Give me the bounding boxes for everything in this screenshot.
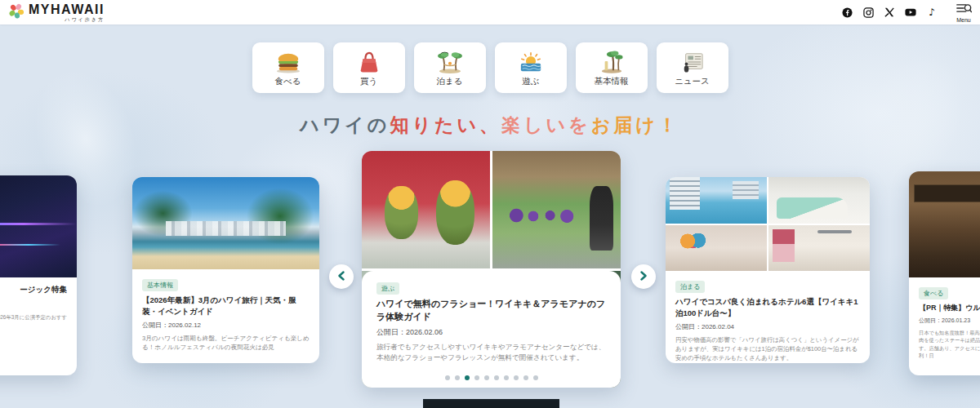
carousel-card-center[interactable]: 遊ぶ ハワイで無料のフラショー！ワイキキ＆アラモアナのフラ体験ガイド 公開日：2… <box>362 151 621 388</box>
palm-hammock-icon <box>435 49 465 73</box>
site-header: MYHAWAII ハワイ歩き方 ♪ <box>0 0 980 24</box>
palm-trees-icon <box>598 49 626 73</box>
card-image-hula-outdoor <box>492 151 621 268</box>
carousel-card-left[interactable]: 基本情報 【2026年最新】3月のハワイ旅行｜天気・服装・イベントガイド 公開日… <box>132 177 319 363</box>
category-label: 泊まる <box>437 76 463 87</box>
pagination-dot[interactable] <box>465 375 470 380</box>
pagination-dot[interactable] <box>474 375 479 380</box>
carousel-prev-button[interactable] <box>329 264 354 289</box>
handbag-icon <box>357 49 381 73</box>
card-image-hotel-room <box>666 225 767 272</box>
card-title: ハワイでコスパ良く泊まれるホテル6選【ワイキキ1泊100ドル台〜】 <box>675 296 860 319</box>
card-excerpt: 旅行者でもアクセスしやすいワイキキやアラモアナセンターなどでは、本格的なフラショ… <box>376 342 606 363</box>
card-title: ハワイで無料のフラショー！ワイキキ＆アラモアナのフラ体験ガイド <box>376 298 606 324</box>
category-badge: 基本情報 <box>142 279 178 291</box>
card-image-hula-stage <box>362 151 490 268</box>
category-badge: 食べる <box>919 287 948 299</box>
youtube-icon[interactable] <box>905 7 916 18</box>
card-title: 【PR｜特集】ウルフ <box>919 303 980 313</box>
page: MYHAWAII ハワイ歩き方 ♪ <box>0 0 980 408</box>
menu-button[interactable]: Menu <box>956 2 972 23</box>
newspaper-icon <box>679 49 706 73</box>
card-date: 公開日：2026.02.06 <box>376 327 606 338</box>
headline-part: 楽しいを <box>501 114 591 135</box>
card-excerpt: 026年3月に公演予定のおすす <box>0 313 67 322</box>
carousel-next-button[interactable] <box>631 264 656 289</box>
sun-sea-icon <box>517 49 545 73</box>
instagram-icon[interactable] <box>862 7 874 18</box>
card-title: ージック特集 <box>0 284 67 295</box>
category-play-button[interactable]: 遊ぶ <box>495 42 567 93</box>
carousel-card-farright[interactable]: 食べる 【PR｜特集】ウルフ 公開日：2026.01.23 日本でも知名度抜群！… <box>909 171 980 375</box>
pagination-dot[interactable] <box>455 375 460 380</box>
brand-tagline: ハワイ歩き方 <box>29 17 105 22</box>
card-image-hotel-bed <box>768 177 870 224</box>
card-image-waikiki-beach <box>132 177 319 269</box>
card-date: 公開日：2026.01.23 <box>919 317 980 325</box>
carousel-card-farleft[interactable]: ージック特集 026年3月に公演予定のおすす <box>0 175 77 375</box>
category-label: 食べる <box>275 76 301 87</box>
card-excerpt: 日本でも知名度抜群！最高級の肉を使ったステーキは絶品です。店舗あり、アクセスにも… <box>919 329 980 359</box>
pagination-dot[interactable] <box>514 375 519 380</box>
category-badge: 遊ぶ <box>376 282 399 295</box>
pagination-dot[interactable] <box>445 375 450 380</box>
pagination-dot[interactable] <box>484 375 489 380</box>
card-text-panel: 遊ぶ ハワイで無料のフラショー！ワイキキ＆アラモアナのフラ体験ガイド 公開日：2… <box>362 271 621 388</box>
card-date: 公開日：2026.02.12 <box>142 321 310 330</box>
card-image-hotel-pool <box>666 177 767 224</box>
headline-part: ハワイの <box>300 114 390 135</box>
pagination-dots <box>362 375 621 380</box>
tiktok-icon[interactable]: ♪ <box>926 7 938 18</box>
pagination-dot[interactable] <box>504 375 509 380</box>
card-image-magic-show <box>0 175 77 277</box>
category-label: 遊ぶ <box>522 76 539 87</box>
headline-part: お届け！ <box>591 114 680 135</box>
chevron-right-icon <box>639 269 648 284</box>
pagination-dot[interactable] <box>523 375 528 380</box>
category-label: ニュース <box>675 76 710 87</box>
flower-logo-icon <box>8 2 24 22</box>
card-image-hotel-room2 <box>768 225 870 272</box>
page-headline: ハワイの知りたい、楽しいをお届け！ <box>0 113 980 138</box>
card-excerpt: 3月のハワイは雨期も終盤。ビーチアクティビティも楽しめる！ホノルルフェスティバル… <box>142 334 310 353</box>
category-nav: 食べる 買う <box>0 42 980 93</box>
card-image-steakhouse <box>909 171 980 277</box>
category-label: 基本情報 <box>595 76 629 87</box>
menu-label: Menu <box>956 17 971 23</box>
carousel-card-right[interactable]: 泊まる ハワイでコスパ良く泊まれるホテル6選【ワイキキ1泊100ドル台〜】 公開… <box>666 177 870 363</box>
menu-search-icon <box>956 2 972 16</box>
category-news-button[interactable]: ニュース <box>657 42 728 93</box>
category-badge: 泊まる <box>675 281 705 293</box>
pagination-dot[interactable] <box>533 375 538 380</box>
facebook-icon[interactable] <box>841 7 853 18</box>
brand-logo[interactable]: MYHAWAII ハワイ歩き方 <box>8 2 105 22</box>
chevron-left-icon <box>337 269 345 284</box>
category-stay-button[interactable]: 泊まる <box>414 42 486 93</box>
x-icon[interactable] <box>884 7 895 18</box>
card-image-grid <box>666 177 870 271</box>
category-eat-button[interactable]: 食べる <box>252 42 324 93</box>
category-info-button[interactable]: 基本情報 <box>576 42 648 93</box>
next-section-peek <box>423 399 559 408</box>
card-title: 【2026年最新】3月のハワイ旅行｜天気・服装・イベントガイド <box>142 295 310 317</box>
category-label: 買う <box>360 76 377 87</box>
card-excerpt: 円安や物価高の影響で「ハワイ旅行は高くつく」というイメージがありますが、実はワイ… <box>675 335 860 362</box>
pagination-dot[interactable] <box>494 375 499 380</box>
category-buy-button[interactable]: 買う <box>333 42 405 93</box>
burger-icon <box>274 49 303 73</box>
card-date: 公開日：2026.02.04 <box>675 322 860 331</box>
headline-part: 知りたい、 <box>390 114 501 135</box>
brand-name: MYHAWAII <box>29 3 105 16</box>
